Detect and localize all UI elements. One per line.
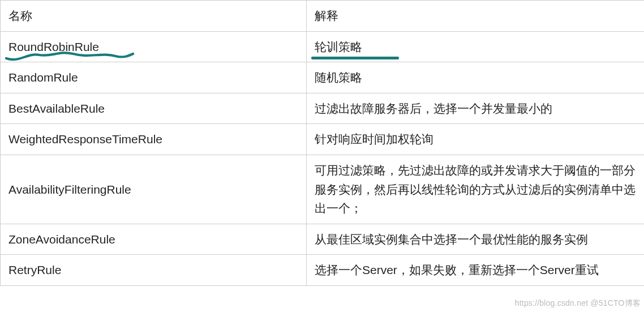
cell-name: WeightedResponseTimeRule: [1, 124, 307, 155]
table-row: AvailabilityFilteringRule 可用过滤策略，先过滤出故障的…: [1, 155, 645, 224]
cell-desc: 过滤出故障服务器后，选择一个并发量最小的: [307, 93, 645, 124]
cell-name: RoundRobinRule: [1, 31, 307, 62]
rules-table: 名称 解释 RoundRobinRule 轮训策略 RandomRule: [0, 0, 644, 286]
table-row: BestAvailableRule 过滤出故障服务器后，选择一个并发量最小的: [1, 93, 645, 124]
rule-name: RoundRobinRule: [8, 40, 99, 53]
table-row: ZoneAvoidanceRule 从最佳区域实例集合中选择一个最优性能的服务实…: [1, 224, 645, 255]
cell-desc: 可用过滤策略，先过滤出故障的或并发请求大于阈值的一部分服务实例，然后再以线性轮询…: [307, 155, 645, 224]
table-row: RetryRule 选择一个Server，如果失败，重新选择一个Server重试: [1, 255, 645, 286]
cell-desc: 选择一个Server，如果失败，重新选择一个Server重试: [307, 255, 645, 286]
cell-desc: 针对响应时间加权轮询: [307, 124, 645, 155]
header-desc: 解释: [307, 1, 645, 32]
cell-name: AvailabilityFilteringRule: [1, 155, 307, 224]
cell-desc: 随机策略: [307, 62, 645, 93]
cell-name: RetryRule: [1, 255, 307, 286]
cell-name: RandomRule: [1, 62, 307, 93]
rule-desc: 轮训策略: [315, 40, 362, 53]
watermark: https://blog.csdn.net @51CTO博客: [515, 298, 641, 309]
cell-desc: 轮训策略: [307, 31, 645, 62]
table-row: WeightedResponseTimeRule 针对响应时间加权轮询: [1, 124, 645, 155]
table-row: RandomRule 随机策略: [1, 62, 645, 93]
cell-name: ZoneAvoidanceRule: [1, 224, 307, 255]
header-name: 名称: [1, 1, 307, 32]
table-row: RoundRobinRule 轮训策略: [1, 31, 645, 62]
cell-name: BestAvailableRule: [1, 93, 307, 124]
table-header-row: 名称 解释: [1, 1, 645, 32]
cell-desc: 从最佳区域实例集合中选择一个最优性能的服务实例: [307, 224, 645, 255]
flat-underline-icon: [311, 57, 399, 59]
